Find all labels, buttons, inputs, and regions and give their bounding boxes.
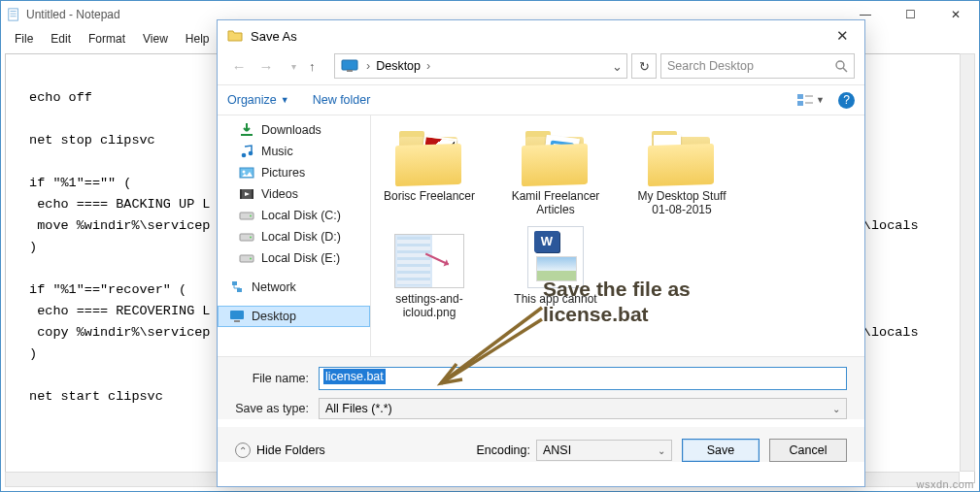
- pictures-icon: [239, 165, 254, 180]
- file-item-folder[interactable]: Borisc Freelancer: [381, 123, 478, 216]
- collapse-icon: ⌃: [235, 443, 251, 458]
- chevron-right-icon: ›: [422, 59, 434, 73]
- refresh-button[interactable]: ↻: [631, 53, 657, 79]
- saveastype-select[interactable]: All Files (*.*)⌄: [319, 398, 847, 419]
- search-placeholder: Search Desktop: [667, 59, 754, 73]
- save-as-dialog: Save As ✕ ← → ▾ ↑ › Desktop › ⌄ ↻ Search…: [217, 19, 865, 487]
- sidebar-item-disk-d[interactable]: Local Disk (D:): [218, 226, 370, 247]
- notepad-title: Untitled - Notepad: [26, 8, 120, 21]
- encoding-select[interactable]: ANSI⌄: [536, 440, 672, 461]
- download-icon: [239, 122, 254, 138]
- svg-point-25: [250, 258, 252, 260]
- back-button[interactable]: ←: [227, 58, 251, 75]
- breadcrumb-dropdown-icon[interactable]: ⌄: [612, 59, 623, 74]
- network-icon: [229, 279, 245, 295]
- chevron-down-icon: ⌄: [832, 404, 840, 414]
- svg-point-21: [250, 215, 252, 217]
- desktop-icon: [229, 309, 245, 324]
- menu-help[interactable]: Help: [178, 30, 218, 48]
- maximize-button[interactable]: ☐: [888, 1, 932, 28]
- dialog-title: Save As: [251, 29, 297, 44]
- watermark: wsxdn.com: [916, 478, 974, 490]
- history-dropdown[interactable]: ▾: [282, 61, 305, 72]
- annotation-text: Save the file as license.bat: [543, 277, 691, 327]
- videos-icon: [239, 186, 254, 202]
- disk-icon: [239, 208, 254, 223]
- sidebar-item-disk-c[interactable]: Local Disk (C:): [218, 205, 370, 226]
- svg-rect-28: [230, 311, 244, 319]
- file-item-image[interactable]: settings-and-icloud.png: [381, 226, 478, 319]
- file-item-folder[interactable]: Kamil Freelancer Articles: [507, 123, 604, 216]
- up-button[interactable]: ↑: [309, 59, 330, 74]
- forward-button[interactable]: →: [254, 58, 278, 75]
- svg-rect-5: [347, 70, 353, 72]
- sidebar-item-downloads[interactable]: Downloads: [218, 119, 370, 141]
- folder-icon: [522, 131, 590, 185]
- svg-rect-27: [237, 288, 242, 292]
- dialog-close-button[interactable]: ✕: [822, 22, 862, 49]
- saveastype-label: Save as type:: [235, 402, 319, 415]
- svg-point-16: [243, 171, 246, 174]
- sidebar-item-pictures[interactable]: Pictures: [218, 162, 370, 183]
- svg-rect-26: [232, 281, 237, 285]
- search-icon: [835, 60, 848, 73]
- image-icon: [394, 234, 464, 288]
- sidebar-item-network[interactable]: Network: [218, 277, 370, 298]
- new-folder-button[interactable]: New folder: [313, 93, 371, 107]
- menu-view[interactable]: View: [135, 30, 176, 48]
- sidebar-item-desktop[interactable]: Desktop: [218, 306, 370, 327]
- svg-point-14: [249, 151, 253, 156]
- folder-icon: [227, 28, 243, 44]
- filename-label: File name:: [235, 372, 319, 385]
- sidebar-item-videos[interactable]: Videos: [218, 183, 370, 205]
- music-icon: [239, 144, 254, 159]
- dialog-titlebar: Save As ✕: [218, 20, 864, 51]
- save-button[interactable]: Save: [682, 439, 760, 462]
- vertical-scrollbar[interactable]: [960, 53, 975, 472]
- help-button[interactable]: ?: [838, 92, 855, 109]
- chevron-down-icon: ⌄: [658, 445, 665, 456]
- svg-rect-9: [797, 101, 803, 106]
- disk-icon: [239, 250, 254, 266]
- svg-rect-29: [234, 320, 240, 322]
- svg-point-13: [242, 153, 247, 158]
- folder-icon: [395, 131, 463, 185]
- close-button[interactable]: ✕: [932, 1, 979, 28]
- cancel-button[interactable]: Cancel: [769, 439, 847, 462]
- menu-edit[interactable]: Edit: [43, 30, 79, 48]
- notepad-icon: [7, 8, 20, 21]
- svg-point-23: [250, 237, 252, 239]
- svg-rect-8: [797, 94, 803, 99]
- sidebar: Downloads Music Pictures Videos Local Di…: [218, 115, 371, 356]
- svg-line-7: [843, 68, 847, 72]
- svg-rect-19: [252, 189, 253, 199]
- nav-bar: ← → ▾ ↑ › Desktop › ⌄ ↻ Search Desktop: [218, 51, 864, 84]
- svg-rect-12: [241, 134, 253, 136]
- menu-format[interactable]: Format: [81, 30, 133, 48]
- disk-icon: [239, 229, 254, 245]
- hide-folders-button[interactable]: ⌃ Hide Folders: [235, 443, 325, 458]
- breadcrumb-bar[interactable]: › Desktop › ⌄: [334, 53, 627, 79]
- chevron-down-icon: ▼: [281, 95, 289, 105]
- view-options-button[interactable]: ▼: [797, 94, 825, 106]
- organize-menu[interactable]: Organize▼: [227, 93, 289, 107]
- folder-icon: [648, 131, 716, 185]
- svg-point-6: [836, 61, 844, 69]
- svg-rect-18: [240, 189, 242, 199]
- menu-file[interactable]: File: [7, 30, 41, 48]
- svg-rect-4: [342, 60, 357, 70]
- encoding-label: Encoding:: [476, 443, 530, 457]
- monitor-icon: [341, 59, 358, 73]
- filename-input[interactable]: license.bat: [319, 367, 847, 390]
- sidebar-item-disk-e[interactable]: Local Disk (E:): [218, 247, 370, 269]
- svg-rect-0: [9, 9, 18, 20]
- dialog-toolbar: Organize▼ New folder ▼ ?: [218, 84, 864, 115]
- breadcrumb-desktop[interactable]: Desktop: [374, 59, 422, 73]
- search-input[interactable]: Search Desktop: [660, 53, 855, 79]
- file-item-folder[interactable]: My Desktop Stuff 01-08-2015: [633, 123, 730, 216]
- chevron-right-icon: ›: [362, 59, 374, 73]
- sidebar-item-music[interactable]: Music: [218, 141, 370, 162]
